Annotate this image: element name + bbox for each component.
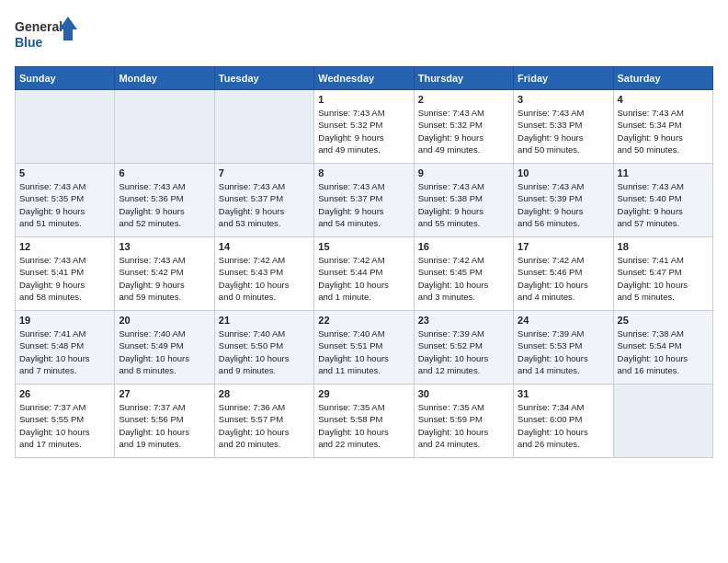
calendar-table: SundayMondayTuesdayWednesdayThursdayFrid…: [15, 66, 713, 458]
day-number: 3: [518, 94, 609, 105]
day-info: Sunrise: 7:43 AM Sunset: 5:37 PM Dayligh…: [318, 180, 409, 229]
calendar-cell: [115, 90, 214, 164]
calendar-cell: 5Sunrise: 7:43 AM Sunset: 5:35 PM Daylig…: [16, 164, 115, 237]
day-number: 25: [618, 315, 709, 326]
header: General Blue: [15, 15, 713, 55]
day-number: 30: [418, 388, 509, 399]
calendar-cell: 26Sunrise: 7:37 AM Sunset: 5:55 PM Dayli…: [16, 385, 115, 458]
calendar-cell: 16Sunrise: 7:42 AM Sunset: 5:45 PM Dayli…: [414, 237, 513, 311]
calendar-cell: 28Sunrise: 7:36 AM Sunset: 5:57 PM Dayli…: [214, 385, 313, 458]
day-info: Sunrise: 7:43 AM Sunset: 5:35 PM Dayligh…: [19, 180, 110, 229]
day-info: Sunrise: 7:35 AM Sunset: 5:58 PM Dayligh…: [318, 401, 409, 450]
calendar-cell: 9Sunrise: 7:43 AM Sunset: 5:38 PM Daylig…: [414, 164, 513, 237]
day-number: 4: [618, 94, 709, 105]
day-number: 1: [318, 94, 409, 105]
day-number: 21: [219, 315, 310, 326]
svg-text:Blue: Blue: [15, 35, 43, 50]
day-info: Sunrise: 7:43 AM Sunset: 5:32 PM Dayligh…: [418, 107, 509, 155]
day-info: Sunrise: 7:43 AM Sunset: 5:39 PM Dayligh…: [518, 180, 609, 229]
day-info: Sunrise: 7:39 AM Sunset: 5:52 PM Dayligh…: [418, 327, 509, 376]
logo-svg: General Blue: [15, 15, 79, 55]
week-row-1: 5Sunrise: 7:43 AM Sunset: 5:35 PM Daylig…: [16, 164, 713, 237]
week-row-2: 12Sunrise: 7:43 AM Sunset: 5:41 PM Dayli…: [16, 237, 713, 311]
weekday-header-saturday: Saturday: [613, 67, 712, 90]
calendar-cell: 23Sunrise: 7:39 AM Sunset: 5:52 PM Dayli…: [414, 311, 513, 385]
day-number: 27: [119, 388, 210, 399]
day-number: 20: [119, 315, 210, 326]
calendar-cell: 30Sunrise: 7:35 AM Sunset: 5:59 PM Dayli…: [414, 385, 513, 458]
day-info: Sunrise: 7:37 AM Sunset: 5:55 PM Dayligh…: [19, 401, 110, 450]
calendar-cell: 25Sunrise: 7:38 AM Sunset: 5:54 PM Dayli…: [613, 311, 712, 385]
calendar-cell: 19Sunrise: 7:41 AM Sunset: 5:48 PM Dayli…: [16, 311, 115, 385]
day-info: Sunrise: 7:41 AM Sunset: 5:48 PM Dayligh…: [19, 327, 110, 376]
calendar-cell: 1Sunrise: 7:43 AM Sunset: 5:32 PM Daylig…: [314, 90, 414, 164]
day-number: 15: [318, 241, 409, 252]
day-info: Sunrise: 7:43 AM Sunset: 5:34 PM Dayligh…: [618, 107, 709, 155]
day-info: Sunrise: 7:35 AM Sunset: 5:59 PM Dayligh…: [418, 401, 509, 450]
day-number: 18: [618, 241, 709, 252]
day-number: 6: [119, 167, 210, 178]
day-info: Sunrise: 7:42 AM Sunset: 5:43 PM Dayligh…: [219, 254, 310, 303]
day-info: Sunrise: 7:38 AM Sunset: 5:54 PM Dayligh…: [618, 327, 709, 376]
day-number: 5: [19, 167, 110, 178]
calendar-cell: 22Sunrise: 7:40 AM Sunset: 5:51 PM Dayli…: [314, 311, 414, 385]
day-info: Sunrise: 7:43 AM Sunset: 5:38 PM Dayligh…: [418, 180, 509, 229]
calendar-cell: 20Sunrise: 7:40 AM Sunset: 5:49 PM Dayli…: [115, 311, 214, 385]
day-info: Sunrise: 7:37 AM Sunset: 5:56 PM Dayligh…: [119, 401, 210, 450]
weekday-header-tuesday: Tuesday: [214, 67, 313, 90]
day-info: Sunrise: 7:43 AM Sunset: 5:36 PM Dayligh…: [119, 180, 210, 229]
calendar-cell: 31Sunrise: 7:34 AM Sunset: 6:00 PM Dayli…: [514, 385, 613, 458]
day-number: 8: [318, 167, 409, 178]
day-info: Sunrise: 7:40 AM Sunset: 5:51 PM Dayligh…: [318, 327, 409, 376]
day-info: Sunrise: 7:42 AM Sunset: 5:46 PM Dayligh…: [518, 254, 609, 303]
weekday-header-wednesday: Wednesday: [314, 67, 414, 90]
day-info: Sunrise: 7:40 AM Sunset: 5:49 PM Dayligh…: [119, 327, 210, 376]
day-info: Sunrise: 7:43 AM Sunset: 5:40 PM Dayligh…: [618, 180, 709, 229]
day-number: 7: [219, 167, 310, 178]
week-row-4: 26Sunrise: 7:37 AM Sunset: 5:55 PM Dayli…: [16, 385, 713, 458]
day-number: 26: [19, 388, 110, 399]
day-number: 10: [518, 167, 609, 178]
calendar-cell: 12Sunrise: 7:43 AM Sunset: 5:41 PM Dayli…: [16, 237, 115, 311]
day-info: Sunrise: 7:40 AM Sunset: 5:50 PM Dayligh…: [219, 327, 310, 376]
day-number: 9: [418, 167, 509, 178]
weekday-header-monday: Monday: [115, 67, 214, 90]
day-number: 14: [219, 241, 310, 252]
calendar-cell: [214, 90, 313, 164]
weekday-header-row: SundayMondayTuesdayWednesdayThursdayFrid…: [16, 67, 713, 90]
calendar-cell: 3Sunrise: 7:43 AM Sunset: 5:33 PM Daylig…: [514, 90, 613, 164]
day-number: 13: [119, 241, 210, 252]
day-number: 12: [19, 241, 110, 252]
day-number: 2: [418, 94, 509, 105]
calendar-cell: 10Sunrise: 7:43 AM Sunset: 5:39 PM Dayli…: [514, 164, 613, 237]
calendar-cell: 17Sunrise: 7:42 AM Sunset: 5:46 PM Dayli…: [514, 237, 613, 311]
day-info: Sunrise: 7:34 AM Sunset: 6:00 PM Dayligh…: [518, 401, 609, 450]
weekday-header-sunday: Sunday: [16, 67, 115, 90]
calendar-cell: 29Sunrise: 7:35 AM Sunset: 5:58 PM Dayli…: [314, 385, 414, 458]
weekday-header-friday: Friday: [514, 67, 613, 90]
calendar-cell: 27Sunrise: 7:37 AM Sunset: 5:56 PM Dayli…: [115, 385, 214, 458]
day-number: 19: [19, 315, 110, 326]
day-number: 17: [518, 241, 609, 252]
svg-text:General: General: [15, 19, 63, 34]
calendar-cell: 4Sunrise: 7:43 AM Sunset: 5:34 PM Daylig…: [613, 90, 712, 164]
calendar-cell: 21Sunrise: 7:40 AM Sunset: 5:50 PM Dayli…: [214, 311, 313, 385]
calendar-cell: 13Sunrise: 7:43 AM Sunset: 5:42 PM Dayli…: [115, 237, 214, 311]
day-info: Sunrise: 7:42 AM Sunset: 5:44 PM Dayligh…: [318, 254, 409, 303]
day-number: 22: [318, 315, 409, 326]
calendar-cell: 2Sunrise: 7:43 AM Sunset: 5:32 PM Daylig…: [414, 90, 513, 164]
day-info: Sunrise: 7:36 AM Sunset: 5:57 PM Dayligh…: [219, 401, 310, 450]
day-number: 24: [518, 315, 609, 326]
day-info: Sunrise: 7:43 AM Sunset: 5:37 PM Dayligh…: [219, 180, 310, 229]
calendar-cell: 14Sunrise: 7:42 AM Sunset: 5:43 PM Dayli…: [214, 237, 313, 311]
calendar-cell: 6Sunrise: 7:43 AM Sunset: 5:36 PM Daylig…: [115, 164, 214, 237]
calendar-cell: [16, 90, 115, 164]
logo: General Blue: [15, 15, 79, 55]
week-row-0: 1Sunrise: 7:43 AM Sunset: 5:32 PM Daylig…: [16, 90, 713, 164]
calendar-cell: 24Sunrise: 7:39 AM Sunset: 5:53 PM Dayli…: [514, 311, 613, 385]
calendar-cell: 18Sunrise: 7:41 AM Sunset: 5:47 PM Dayli…: [613, 237, 712, 311]
week-row-3: 19Sunrise: 7:41 AM Sunset: 5:48 PM Dayli…: [16, 311, 713, 385]
weekday-header-thursday: Thursday: [414, 67, 513, 90]
day-number: 28: [219, 388, 310, 399]
day-info: Sunrise: 7:42 AM Sunset: 5:45 PM Dayligh…: [418, 254, 509, 303]
